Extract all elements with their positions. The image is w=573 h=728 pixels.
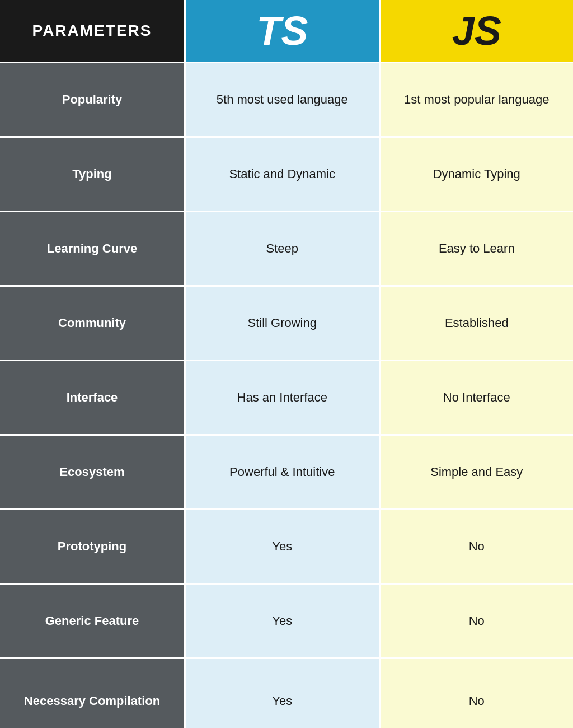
js-value: 1st most popular language <box>404 91 549 109</box>
ts-label: TS <box>256 8 308 54</box>
param-label: Generic Feature <box>45 613 139 629</box>
js-value: Easy to Learn <box>439 240 515 258</box>
row-js-cell: Easy to Learn <box>381 212 574 285</box>
row-param-cell: Popularity <box>0 63 186 136</box>
row-js-cell: Established <box>381 287 574 360</box>
row-ts-cell: Has an Interface <box>186 361 381 434</box>
row-ts-cell: Yes <box>186 659 381 728</box>
row-param-cell: Community <box>0 287 186 360</box>
js-value: Dynamic Typing <box>433 166 520 183</box>
js-value: No <box>469 693 485 710</box>
row-ts-cell: Static and Dynamic <box>186 138 381 211</box>
param-label: Typing <box>72 166 111 183</box>
header-js-cell: JS <box>381 0 574 62</box>
row-param-cell: Prototyping <box>0 510 186 583</box>
ts-value: Still Growing <box>248 315 317 332</box>
data-row: Typing Static and Dynamic Dynamic Typing <box>0 136 573 211</box>
ts-value: Static and Dynamic <box>229 166 335 183</box>
param-label: Learning Curve <box>47 241 137 257</box>
ts-value: Yes <box>272 693 292 710</box>
ts-value: Steep <box>266 240 299 258</box>
param-label: Ecosystem <box>59 464 124 480</box>
data-row: Prototyping Yes No <box>0 508 573 583</box>
js-value: No <box>469 613 485 630</box>
data-row: Interface Has an Interface No Interface <box>0 360 573 434</box>
js-value: No Interface <box>443 389 510 407</box>
row-js-cell: 1st most popular language <box>381 63 574 136</box>
header-params-cell: PARAMETERS <box>0 0 186 62</box>
row-param-cell: Necessary Compilation <box>0 659 186 728</box>
row-param-cell: Ecosystem <box>0 436 186 508</box>
params-label: PARAMETERS <box>32 22 152 40</box>
row-param-cell: Generic Feature <box>0 585 186 657</box>
row-js-cell: Simple and Easy <box>381 436 574 508</box>
rows-container: Popularity 5th most used language 1st mo… <box>0 62 573 728</box>
js-value: No <box>469 538 485 556</box>
row-param-cell: Interface <box>0 361 186 434</box>
header-ts-cell: TS <box>186 0 381 62</box>
header-row: PARAMETERS TS JS <box>0 0 573 62</box>
js-value: Simple and Easy <box>430 464 523 481</box>
js-value: Established <box>445 315 509 332</box>
row-js-cell: Dynamic Typing <box>381 138 574 211</box>
param-label: Community <box>58 315 126 332</box>
ts-value: Yes <box>272 538 292 556</box>
row-js-cell: No <box>381 585 574 657</box>
js-label: JS <box>452 8 501 54</box>
row-ts-cell: Yes <box>186 585 381 657</box>
row-ts-cell: Powerful & Intuitive <box>186 436 381 508</box>
row-ts-cell: 5th most used language <box>186 63 381 136</box>
param-label: Popularity <box>62 92 123 108</box>
data-row: Community Still Growing Established <box>0 285 573 360</box>
row-js-cell: No <box>381 510 574 583</box>
ts-value: 5th most used language <box>217 91 348 109</box>
data-row: Ecosystem Powerful & Intuitive Simple an… <box>0 434 573 508</box>
data-row: Popularity 5th most used language 1st mo… <box>0 62 573 136</box>
param-label: Interface <box>67 390 118 406</box>
param-label: Necessary Compilation <box>24 693 160 710</box>
param-label: Prototyping <box>58 539 126 555</box>
data-row: Learning Curve Steep Easy to Learn <box>0 211 573 285</box>
ts-value: Yes <box>272 613 292 630</box>
row-ts-cell: Yes <box>186 510 381 583</box>
ts-value: Has an Interface <box>237 389 327 407</box>
row-param-cell: Typing <box>0 138 186 211</box>
comparison-table: PARAMETERS TS JS Popularity 5th most use… <box>0 0 573 728</box>
row-param-cell: Learning Curve <box>0 212 186 285</box>
row-ts-cell: Still Growing <box>186 287 381 360</box>
row-js-cell: No <box>381 659 574 728</box>
data-row: Necessary Compilation Yes No <box>0 657 573 728</box>
data-row: Generic Feature Yes No <box>0 583 573 657</box>
row-js-cell: No Interface <box>381 361 574 434</box>
row-ts-cell: Steep <box>186 212 381 285</box>
ts-value: Powerful & Intuitive <box>229 464 335 481</box>
